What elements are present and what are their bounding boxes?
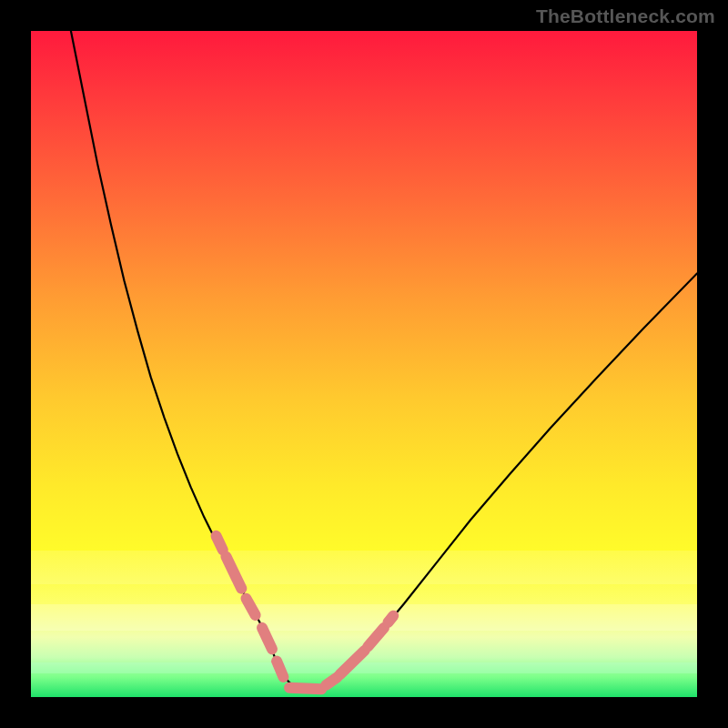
- chart-frame: TheBottleneck.com: [0, 0, 728, 728]
- attribution-text: TheBottleneck.com: [536, 5, 715, 27]
- plot-area: [31, 31, 697, 697]
- curve-layer: [31, 31, 697, 697]
